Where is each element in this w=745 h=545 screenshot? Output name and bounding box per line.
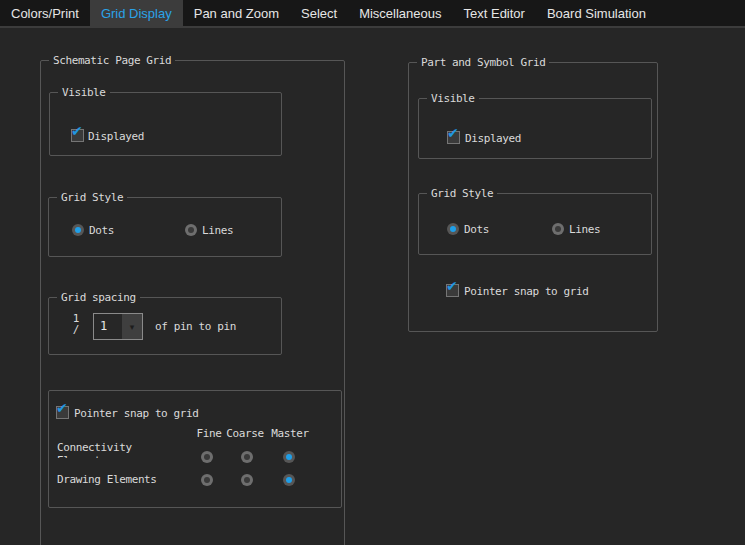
grid-spacing-value: 1 — [94, 314, 122, 339]
tab-miscellaneous[interactable]: Miscellaneous — [348, 0, 452, 26]
schematic-dots-radio[interactable] — [72, 224, 84, 236]
part-visible-title: Visible — [427, 92, 479, 105]
snap-column-coarse: Coarse — [226, 427, 263, 440]
chevron-down-icon: ▾ — [130, 322, 135, 332]
drawing-elements-label: Drawing Elements — [57, 473, 157, 486]
tab-bar: Colors/Print Grid Display Pan and Zoom S… — [0, 0, 745, 28]
grid-spacing-fraction: 1 / — [70, 313, 82, 335]
grid-spacing-dropdown[interactable]: 1 ▾ — [93, 313, 143, 340]
grid-spacing-title: Grid spacing — [57, 291, 140, 304]
schematic-displayed-label[interactable]: Displayed — [88, 130, 144, 143]
tab-select[interactable]: Select — [290, 0, 348, 26]
part-dots-label[interactable]: Dots — [464, 223, 489, 236]
part-grid-style-title: Grid Style — [427, 187, 497, 200]
snap-column-fine: Fine — [197, 427, 222, 440]
snap-column-master: Master — [271, 427, 308, 440]
connectivity-elements-label: Connectivity Elements — [57, 441, 161, 458]
schematic-grid-style-title: Grid Style — [57, 191, 127, 204]
schematic-visible-title: Visible — [58, 86, 110, 99]
tab-colors-print[interactable]: Colors/Print — [0, 0, 90, 26]
part-dots-radio[interactable] — [447, 223, 459, 235]
drawing-master-radio[interactable] — [283, 474, 295, 486]
schematic-lines-radio[interactable] — [185, 224, 197, 236]
checkmark-icon: ✔ — [447, 126, 459, 140]
part-lines-label[interactable]: Lines — [569, 223, 600, 236]
part-displayed-label[interactable]: Displayed — [465, 132, 521, 145]
dropdown-arrow-button[interactable]: ▾ — [122, 314, 142, 339]
drawing-coarse-radio[interactable] — [241, 474, 253, 486]
schematic-pointer-snap-checkbox[interactable]: ✔ — [56, 406, 69, 419]
part-lines-radio[interactable] — [552, 223, 564, 235]
part-pointer-snap-checkbox[interactable]: ✔ — [446, 284, 459, 297]
schematic-lines-label[interactable]: Lines — [202, 224, 233, 237]
tab-grid-display[interactable]: Grid Display — [90, 0, 183, 26]
checkmark-icon: ✔ — [446, 279, 458, 293]
part-symbol-grid-title: Part and Symbol Grid — [417, 56, 549, 69]
grid-spacing-suffix: of pin to pin — [155, 320, 236, 333]
part-pointer-snap-label[interactable]: Pointer snap to grid — [464, 285, 588, 298]
connectivity-coarse-radio[interactable] — [241, 451, 253, 463]
schematic-page-grid-title: Schematic Page Grid — [49, 54, 175, 67]
connectivity-master-radio[interactable] — [283, 451, 295, 463]
drawing-fine-radio[interactable] — [201, 474, 213, 486]
checkmark-icon: ✔ — [71, 124, 83, 138]
tab-text-editor[interactable]: Text Editor — [453, 0, 536, 26]
schematic-visible-group: Visible — [49, 92, 282, 156]
connectivity-fine-radio[interactable] — [201, 451, 213, 463]
tab-board-simulation[interactable]: Board Simulation — [536, 0, 657, 26]
part-displayed-checkbox[interactable]: ✔ — [447, 131, 460, 144]
schematic-displayed-checkbox[interactable]: ✔ — [71, 129, 84, 142]
checkmark-icon: ✔ — [56, 401, 68, 415]
tab-pan-and-zoom[interactable]: Pan and Zoom — [183, 0, 290, 26]
preferences-dialog: Colors/Print Grid Display Pan and Zoom S… — [0, 0, 745, 545]
schematic-pointer-snap-label[interactable]: Pointer snap to grid — [74, 407, 198, 420]
schematic-dots-label[interactable]: Dots — [89, 224, 114, 237]
fraction-slash: / — [73, 323, 80, 336]
